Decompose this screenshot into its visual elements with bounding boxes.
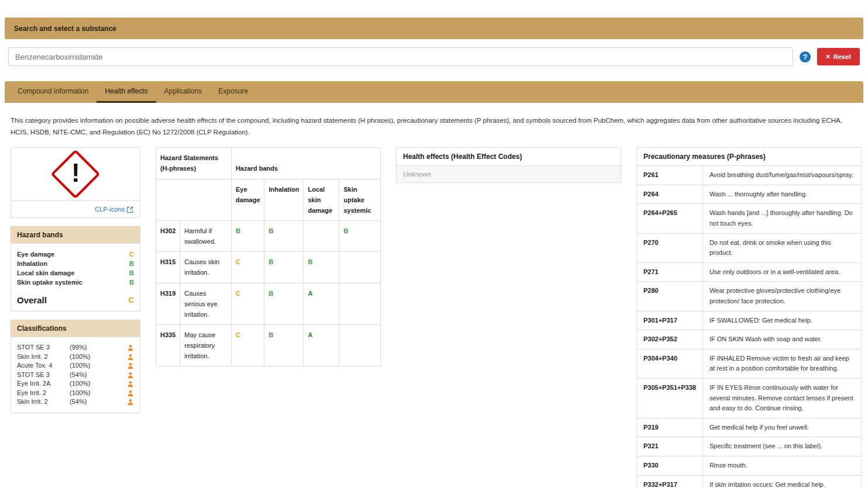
hazard-statements-table: Hazard Statements (H-phrases) Hazard ban… bbox=[156, 147, 381, 366]
clp-icons-link[interactable]: CLP-icons bbox=[95, 206, 133, 213]
hazard-statement-row: H315 Causes skin irritation. C B B bbox=[156, 252, 381, 283]
classification-percent: (54%) bbox=[70, 397, 100, 407]
hazard-band-letter: C bbox=[129, 250, 134, 259]
band-cell-eye: C bbox=[231, 283, 264, 324]
hazard-bands-box: Eye damage C Inhalation B Local skin dam… bbox=[11, 243, 140, 312]
p-phrase-row: P332+P317 If skin irritation occurs: Get… bbox=[637, 475, 862, 488]
hazard-statements-title: Hazard Statements (H-phrases) bbox=[156, 148, 232, 179]
classification-name: Skin Irrit. 2 bbox=[17, 352, 70, 362]
pictogram-box: ! CLP-icons bbox=[11, 147, 140, 218]
hazard-band-row: Eye damage C bbox=[17, 250, 134, 259]
p-code: P261 bbox=[637, 166, 703, 185]
p-text: Do not eat, drink or smoke when using th… bbox=[702, 233, 861, 262]
left-panel: ! CLP-icons Hazard bands bbox=[11, 147, 140, 413]
classification-row: Eye Irrit. 2 (100%) bbox=[17, 389, 134, 398]
person-icon bbox=[127, 399, 134, 406]
p-text: IF INHALED Remove victim to fresh air an… bbox=[702, 349, 861, 378]
hazard-band-letter: B bbox=[129, 278, 134, 287]
p-phrase-row: P302+P352 IF ON SKIN Wash with soap and … bbox=[637, 330, 862, 349]
col-local-skin-damage: Local skin damage bbox=[304, 179, 339, 220]
precautionary-title: Precautionary measures (P-phrases) bbox=[637, 148, 862, 166]
classification-percent: (100%) bbox=[70, 389, 100, 398]
pictogram-footer: CLP-icons bbox=[11, 200, 140, 217]
classification-row: Acute Tox. 4 (100%) bbox=[17, 361, 134, 371]
p-phrase-row: P305+P351+P338 IF IN EYES Rinse continuo… bbox=[637, 378, 862, 418]
person-icon bbox=[127, 344, 134, 351]
h-code: H335 bbox=[156, 324, 180, 366]
person-icon bbox=[127, 390, 134, 397]
person-icon bbox=[127, 380, 134, 387]
p-code: P301+P317 bbox=[637, 311, 703, 330]
p-code: P321 bbox=[637, 437, 703, 456]
band-cell-eye: C bbox=[231, 252, 264, 283]
classification-row: Skin Irrit. 2 (54%) bbox=[17, 397, 134, 407]
classification-row: STOT SE 3 (54%) bbox=[17, 371, 134, 380]
hazard-band-letter: B bbox=[129, 259, 134, 268]
p-code: P264+P265 bbox=[637, 204, 703, 233]
p-phrase-row: P319 Get medical help if you feel unwell… bbox=[637, 418, 862, 437]
classification-percent: (54%) bbox=[70, 371, 100, 380]
col-inhalation: Inhalation bbox=[264, 179, 304, 220]
band-cell-local-skin: B bbox=[304, 252, 339, 283]
classification-name: STOT SE 3 bbox=[17, 371, 70, 380]
hazard-band-label: Skin uptake systemic bbox=[17, 278, 82, 287]
hazard-band-label: Inhalation bbox=[17, 259, 47, 268]
tab-applications[interactable]: Applications bbox=[156, 81, 211, 103]
p-text: Avoid breathing dust/fume/gas/mist/vapou… bbox=[702, 166, 861, 185]
col-eye-damage: Eye damage bbox=[231, 179, 264, 220]
p-code: P304+P340 bbox=[637, 349, 703, 378]
p-text: Wear protective gloves/protective clothi… bbox=[702, 282, 861, 311]
precautionary-table: Precautionary measures (P-phrases) P261 … bbox=[636, 147, 862, 488]
close-icon: × bbox=[826, 53, 830, 60]
substance-search-input[interactable] bbox=[8, 47, 793, 66]
p-text: Rinse mouth. bbox=[702, 456, 861, 475]
classification-percent: (99%) bbox=[70, 343, 100, 352]
health-effects-panel: Health effects (Health Effect Codes) Unk… bbox=[396, 147, 621, 183]
health-effects-value: Unknown bbox=[397, 166, 621, 182]
search-section-header: Search and select a substance bbox=[5, 18, 863, 39]
classification-row: Skin Irrit. 2 (100%) bbox=[17, 352, 134, 362]
hazard-band-row: Local skin damage B bbox=[17, 268, 134, 278]
h-text: Causes skin irritation. bbox=[180, 252, 232, 283]
hazard-statement-row: H335 May cause respiratory irritation. C… bbox=[156, 324, 381, 366]
classification-percent: (100%) bbox=[70, 352, 100, 362]
page: Search and select a substance ? × Reset … bbox=[0, 0, 868, 488]
hazard-bands-list: Eye damage C Inhalation B Local skin dam… bbox=[17, 250, 134, 287]
band-cell-local-skin: A bbox=[304, 324, 339, 366]
help-icon[interactable]: ? bbox=[800, 51, 811, 63]
classification-percent: (100%) bbox=[70, 361, 100, 371]
p-text: IF SWALLOWED: Get medical help. bbox=[702, 311, 861, 330]
category-description: This category provides information on po… bbox=[11, 115, 857, 138]
content-area: ! CLP-icons Hazard bands bbox=[11, 147, 868, 488]
search-row: ? × Reset bbox=[8, 47, 860, 66]
p-code: P302+P352 bbox=[637, 330, 703, 349]
hazard-statement-row: H319 Causes serious eye irritation. C B … bbox=[156, 283, 381, 324]
classification-name: Acute Tox. 4 bbox=[17, 361, 70, 371]
classification-row: STOT SE 3 (99%) bbox=[17, 343, 134, 352]
overall-label: Overall bbox=[17, 295, 47, 305]
p-code: P330 bbox=[637, 456, 703, 475]
person-icon bbox=[127, 354, 134, 361]
band-cell-local-skin bbox=[304, 220, 339, 251]
classification-name: Eye Irrit. 2A bbox=[17, 379, 70, 389]
band-cell-systemic: B bbox=[339, 220, 381, 251]
p-phrase-row: P270 Do not eat, drink or smoke when usi… bbox=[637, 233, 862, 262]
band-cell-eye: C bbox=[231, 324, 264, 366]
p-text: Specific treatment (see ... on this labe… bbox=[702, 437, 861, 456]
tab-exposure[interactable]: Exposure bbox=[210, 81, 256, 103]
tab-compound-information[interactable]: Compound information bbox=[9, 81, 97, 103]
health-effects-box: Health effects (Health Effect Codes) Unk… bbox=[396, 147, 621, 183]
search-section-title: Search and select a substance bbox=[14, 25, 116, 33]
p-phrase-row: P264 Wash ... thoroughly after handling. bbox=[637, 185, 862, 204]
p-code: P270 bbox=[637, 233, 703, 262]
empty-header-cell bbox=[156, 179, 232, 220]
p-code: P319 bbox=[637, 418, 703, 437]
ghs-exclamation-pictogram-icon: ! bbox=[51, 150, 101, 199]
tab-health-effects[interactable]: Health effects bbox=[97, 81, 156, 103]
hazard-statement-row: H302 Harmful if swallowed. B B B bbox=[156, 220, 381, 251]
band-cell-inhalation: B bbox=[264, 252, 304, 283]
hazard-band-letter: B bbox=[129, 268, 134, 278]
reset-button[interactable]: × Reset bbox=[817, 48, 860, 65]
overall-row: Overall C bbox=[17, 295, 134, 305]
classification-name: Eye Irrit. 2 bbox=[17, 389, 70, 398]
